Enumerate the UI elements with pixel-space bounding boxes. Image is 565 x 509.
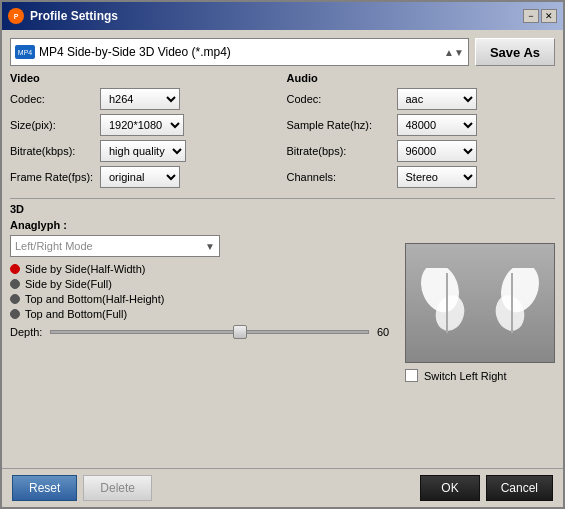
window-title: Profile Settings [30, 9, 118, 23]
depth-value: 60 [377, 326, 397, 338]
anaglyph-label: Anaglyph : [10, 219, 67, 231]
reset-button[interactable]: Reset [12, 475, 77, 501]
video-codec-label: Codec: [10, 93, 100, 105]
video-bitrate-select[interactable]: high quality [100, 140, 186, 162]
mode-side-by-side-half[interactable]: Side by Side(Half-Width) [10, 263, 397, 275]
anaglyph-selector[interactable]: Left/Right Mode ▼ [10, 235, 220, 257]
mode-top-bottom-half[interactable]: Top and Bottom(Half-Height) [10, 293, 397, 305]
format-dropdown-arrow: ▲▼ [444, 47, 464, 58]
svg-text:P: P [14, 13, 19, 20]
radio-side-by-side-half-icon [10, 264, 20, 274]
butterfly-left-icon [420, 268, 475, 338]
app-icon: P [8, 8, 24, 24]
radio-side-by-side-full-icon [10, 279, 20, 289]
switch-label: Switch Left Right [424, 370, 507, 382]
audio-bitrate-row: Bitrate(bps): 96000 [287, 140, 556, 162]
video-framerate-row: Frame Rate(fps): original [10, 166, 279, 188]
delete-button[interactable]: Delete [83, 475, 152, 501]
audio-codec-select[interactable]: aac [397, 88, 477, 110]
close-button[interactable]: ✕ [541, 9, 557, 23]
3d-preview [405, 243, 555, 363]
video-framerate-select[interactable]: original [100, 166, 180, 188]
depth-label: Depth: [10, 326, 42, 338]
bottom-left-buttons: Reset Delete [12, 475, 152, 501]
mode-radio-group: Side by Side(Half-Width) Side by Side(Fu… [10, 263, 397, 320]
format-row: MP4 MP4 Side-by-Side 3D Video (*.mp4) ▲▼… [10, 38, 555, 66]
threed-section-title: 3D [10, 203, 555, 215]
switch-row: Switch Left Right [405, 369, 507, 382]
mode-side-by-side-full-label: Side by Side(Full) [25, 278, 112, 290]
video-codec-select[interactable]: h264 [100, 88, 180, 110]
mode-top-bottom-half-label: Top and Bottom(Half-Height) [25, 293, 164, 305]
audio-samplerate-label: Sample Rate(hz): [287, 119, 397, 131]
mode-side-by-side-full[interactable]: Side by Side(Full) [10, 278, 397, 290]
radio-top-bottom-half-icon [10, 294, 20, 304]
content-area: MP4 MP4 Side-by-Side 3D Video (*.mp4) ▲▼… [2, 30, 563, 468]
settings-panels: Video Codec: h264 Size(pix): 1920*1080 B… [10, 72, 555, 192]
mode-side-by-side-half-label: Side by Side(Half-Width) [25, 263, 145, 275]
audio-bitrate-label: Bitrate(bps): [287, 145, 397, 157]
audio-codec-label: Codec: [287, 93, 397, 105]
title-controls: − ✕ [523, 9, 557, 23]
butterfly-right-icon [485, 268, 540, 338]
anaglyph-row: Anaglyph : [10, 219, 397, 231]
save-as-button[interactable]: Save As [475, 38, 555, 66]
radio-top-bottom-full-icon [10, 309, 20, 319]
format-value: MP4 Side-by-Side 3D Video (*.mp4) [39, 45, 440, 59]
video-panel: Video Codec: h264 Size(pix): 1920*1080 B… [10, 72, 279, 192]
audio-codec-row: Codec: aac [287, 88, 556, 110]
minimize-button[interactable]: − [523, 9, 539, 23]
anaglyph-placeholder: Left/Right Mode [15, 240, 205, 252]
threed-section: 3D Anaglyph : Left/Right Mode ▼ Side by … [10, 198, 555, 382]
audio-channels-select[interactable]: Stereo [397, 166, 477, 188]
audio-channels-label: Channels: [287, 171, 397, 183]
audio-bitrate-select[interactable]: 96000 [397, 140, 477, 162]
audio-samplerate-select[interactable]: 48000 [397, 114, 477, 136]
video-section-title: Video [10, 72, 279, 84]
video-size-row: Size(pix): 1920*1080 [10, 114, 279, 136]
anaglyph-dropdown-arrow: ▼ [205, 241, 215, 252]
audio-channels-row: Channels: Stereo [287, 166, 556, 188]
bottom-bar: Reset Delete OK Cancel [2, 468, 563, 507]
title-bar: P Profile Settings − ✕ [2, 2, 563, 30]
cancel-button[interactable]: Cancel [486, 475, 553, 501]
format-icon: MP4 [15, 45, 35, 59]
video-bitrate-row: Bitrate(kbps): high quality [10, 140, 279, 162]
audio-panel: Audio Codec: aac Sample Rate(hz): 48000 … [287, 72, 556, 192]
bottom-right-buttons: OK Cancel [420, 475, 553, 501]
video-size-select[interactable]: 1920*1080 [100, 114, 184, 136]
mode-top-bottom-full[interactable]: Top and Bottom(Full) [10, 308, 397, 320]
threed-content: Anaglyph : Left/Right Mode ▼ Side by Sid… [10, 219, 555, 382]
format-selector[interactable]: MP4 MP4 Side-by-Side 3D Video (*.mp4) ▲▼ [10, 38, 469, 66]
video-size-label: Size(pix): [10, 119, 100, 131]
video-codec-row: Codec: h264 [10, 88, 279, 110]
switch-checkbox[interactable] [405, 369, 418, 382]
mode-top-bottom-full-label: Top and Bottom(Full) [25, 308, 127, 320]
video-framerate-label: Frame Rate(fps): [10, 171, 100, 183]
video-bitrate-label: Bitrate(kbps): [10, 145, 100, 157]
threed-left: Anaglyph : Left/Right Mode ▼ Side by Sid… [10, 219, 397, 382]
audio-section-title: Audio [287, 72, 556, 84]
title-bar-left: P Profile Settings [8, 8, 118, 24]
depth-row: Depth: 60 [10, 326, 397, 338]
audio-samplerate-row: Sample Rate(hz): 48000 [287, 114, 556, 136]
ok-button[interactable]: OK [420, 475, 479, 501]
depth-slider[interactable] [50, 330, 369, 334]
profile-settings-window: P Profile Settings − ✕ MP4 MP4 Side-by-S… [0, 0, 565, 509]
threed-right: Switch Left Right [405, 219, 555, 382]
